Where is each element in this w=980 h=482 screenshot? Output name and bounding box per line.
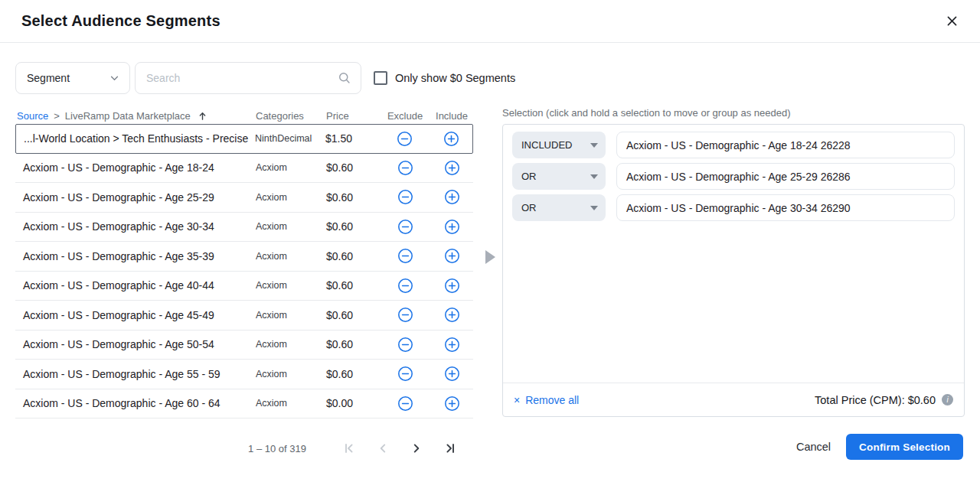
include-segment-button[interactable] xyxy=(430,131,472,147)
exclude-segment-button[interactable] xyxy=(380,219,430,235)
first-page-icon[interactable] xyxy=(341,441,357,456)
column-header-price: Price xyxy=(326,110,380,122)
segment-price: $1.50 xyxy=(325,132,379,145)
segment-name: Acxiom - US - Demographic - Age 45-49 xyxy=(15,309,256,321)
segment-name: ...l-World Location > Tech Enthusiasts -… xyxy=(16,132,255,145)
selection-item[interactable]: INCLUDED Acxiom - US - Demographic - Age… xyxy=(512,132,955,158)
info-icon[interactable]: i xyxy=(942,394,953,405)
include-segment-button[interactable] xyxy=(430,219,473,235)
column-header-exclude: Exclude xyxy=(380,110,430,122)
segment-price: $0.60 xyxy=(326,338,380,350)
selection-item[interactable]: OR Acxiom - US - Demographic - Age 30-34… xyxy=(512,194,955,221)
include-segment-button[interactable] xyxy=(430,189,473,205)
exclude-segment-button[interactable] xyxy=(380,337,430,353)
operator-dropdown[interactable]: OR xyxy=(512,194,606,221)
table-row[interactable]: ...l-World Location > Tech Enthusiasts -… xyxy=(15,124,473,154)
breadcrumb-separator: > xyxy=(54,110,60,122)
segment-category: Acxiom xyxy=(256,162,326,173)
table-row[interactable]: Acxiom - US - Demographic - Age 45-49 Ac… xyxy=(15,301,473,331)
segment-name: Acxiom - US - Demographic - Age 25-29 xyxy=(15,191,256,204)
column-header-include: Include xyxy=(430,110,473,122)
include-segment-button[interactable] xyxy=(430,366,473,382)
remove-all-label: Remove all xyxy=(525,394,579,406)
total-price: Total Price (CPM): $0.60 i xyxy=(815,394,953,406)
segment-category: Acxiom xyxy=(256,221,326,232)
table-row[interactable]: Acxiom - US - Demographic - Age 18-24 Ac… xyxy=(15,154,473,184)
include-segment-button[interactable] xyxy=(430,307,473,323)
dialog-header: Select Audience Segments xyxy=(0,0,980,43)
selection-footer: × Remove all Total Price (CPM): $0.60 i xyxy=(503,383,964,416)
move-right-arrow-icon[interactable] xyxy=(485,250,495,264)
segment-name: Acxiom - US - Demographic - Age 50-54 xyxy=(15,338,256,350)
zero-segments-checkbox[interactable] xyxy=(374,71,387,85)
operator-dropdown[interactable]: INCLUDED xyxy=(512,132,606,158)
selected-segment-name: Acxiom - US - Demographic - Age 25-29 26… xyxy=(616,163,955,190)
segment-name: Acxiom - US - Demographic - Age 30-34 xyxy=(15,220,256,233)
table-row[interactable]: Acxiom - US - Demographic - Age 50-54 Ac… xyxy=(15,331,473,360)
segment-category: Acxiom xyxy=(256,280,326,291)
segment-name: Acxiom - US - Demographic - Age 60 - 64 xyxy=(15,397,256,409)
include-segment-button[interactable] xyxy=(430,396,473,412)
breadcrumb: Source > LiveRamp Data Marketplace xyxy=(15,110,256,122)
page-title: Select Audience Segments xyxy=(21,12,220,30)
next-page-icon[interactable] xyxy=(409,441,424,456)
selection-box: INCLUDED Acxiom - US - Demographic - Age… xyxy=(502,124,965,417)
segments-table: Source > LiveRamp Data Marketplace Categ… xyxy=(15,107,473,418)
selected-segment-name: Acxiom - US - Demographic - Age 18-24 26… xyxy=(616,132,955,158)
pagination-nav xyxy=(341,441,458,456)
segment-name: Acxiom - US - Demographic - Age 18-24 xyxy=(15,161,256,174)
exclude-segment-button[interactable] xyxy=(380,396,430,412)
table-row[interactable]: Acxiom - US - Demographic - Age 35-39 Ac… xyxy=(15,242,473,272)
exclude-segment-button[interactable] xyxy=(380,307,430,323)
selected-segment-name: Acxiom - US - Demographic - Age 30-34 26… xyxy=(616,194,955,221)
segment-category: Acxiom xyxy=(256,192,326,203)
cancel-button[interactable]: Cancel xyxy=(796,441,831,453)
segment-category: Acxiom xyxy=(256,251,326,262)
table-row[interactable]: Acxiom - US - Demographic - Age 40-44 Ac… xyxy=(15,272,473,301)
table-row[interactable]: Acxiom - US - Demographic - Age 60 - 64 … xyxy=(15,389,473,419)
selection-item[interactable]: OR Acxiom - US - Demographic - Age 25-29… xyxy=(512,163,955,190)
table-row[interactable]: Acxiom - US - Demographic - Age 55 - 59 … xyxy=(15,360,473,389)
segment-price: $0.60 xyxy=(326,220,380,233)
operator-dropdown-value: INCLUDED xyxy=(521,139,572,151)
segment-name: Acxiom - US - Demographic - Age 40-44 xyxy=(15,279,256,291)
exclude-segment-button[interactable] xyxy=(380,160,430,176)
total-price-label: Total Price (CPM): $0.60 xyxy=(815,394,936,406)
zero-segments-label: Only show $0 Segments xyxy=(395,72,515,84)
chevron-down-icon xyxy=(590,143,598,148)
confirm-selection-button[interactable]: Confirm Selection xyxy=(846,434,963,460)
table-row[interactable]: Acxiom - US - Demographic - Age 25-29 Ac… xyxy=(15,183,473,213)
segment-price: $0.60 xyxy=(326,368,380,380)
operator-dropdown[interactable]: OR xyxy=(512,163,606,190)
breadcrumb-source-link[interactable]: Source xyxy=(17,110,48,122)
exclude-segment-button[interactable] xyxy=(380,366,430,382)
selection-panel-label: Selection (click and hold a selection to… xyxy=(502,107,965,124)
remove-all-button[interactable]: × Remove all xyxy=(514,394,579,406)
last-page-icon[interactable] xyxy=(443,441,458,456)
exclude-segment-button[interactable] xyxy=(380,278,430,294)
include-segment-button[interactable] xyxy=(430,248,473,264)
pagination: 1 – 10 of 319 xyxy=(15,436,473,461)
dialog-actions: Cancel Confirm Selection xyxy=(796,434,963,460)
segment-category: Acxiom xyxy=(256,398,326,409)
sort-ascending-icon[interactable] xyxy=(198,111,207,121)
previous-page-icon[interactable] xyxy=(375,441,390,456)
segment-type-dropdown[interactable]: Segment xyxy=(15,62,130,94)
include-segment-button[interactable] xyxy=(430,160,473,176)
column-header-categories: Categories xyxy=(256,110,326,122)
segment-price: $0.60 xyxy=(326,250,380,262)
segment-category: Acxiom xyxy=(256,310,326,321)
exclude-segment-button[interactable] xyxy=(379,131,430,147)
exclude-segment-button[interactable] xyxy=(380,189,430,205)
table-row[interactable]: Acxiom - US - Demographic - Age 30-34 Ac… xyxy=(15,213,473,243)
segment-category: Acxiom xyxy=(256,369,326,379)
selection-panel: Selection (click and hold a selection to… xyxy=(502,107,965,417)
search-input[interactable] xyxy=(146,72,338,84)
remove-x-icon: × xyxy=(514,395,520,405)
close-icon[interactable] xyxy=(945,15,959,28)
include-segment-button[interactable] xyxy=(430,337,473,353)
zero-segments-filter[interactable]: Only show $0 Segments xyxy=(374,71,515,85)
exclude-segment-button[interactable] xyxy=(380,248,430,264)
include-segment-button[interactable] xyxy=(430,278,473,294)
segment-category: NinthDecimal xyxy=(255,133,325,144)
